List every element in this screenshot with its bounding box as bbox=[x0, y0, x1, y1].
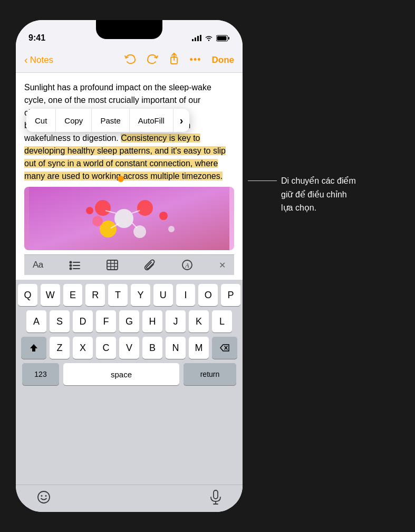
svg-point-15 bbox=[133, 225, 146, 238]
keyboard-row-1: Q W E R T Y U I O P bbox=[18, 284, 240, 306]
keyboard: Q W E R T Y U I O P A S D F G H J K bbox=[16, 280, 243, 484]
markup-button[interactable]: A bbox=[181, 259, 193, 271]
key-a[interactable]: A bbox=[26, 310, 46, 332]
status-time: 9:41 bbox=[28, 33, 45, 43]
key-v[interactable]: V bbox=[119, 337, 139, 359]
svg-point-4 bbox=[208, 40, 209, 41]
close-toolbar-button[interactable]: ✕ bbox=[219, 260, 226, 270]
redo-button[interactable] bbox=[147, 53, 158, 66]
wifi-icon bbox=[205, 35, 213, 41]
key-t[interactable]: T bbox=[108, 284, 128, 306]
annotation-text: Di chuyển các điểmgiữ để điều chỉnhlựa c… bbox=[281, 174, 356, 215]
status-bar: 9:41 bbox=[16, 20, 243, 49]
selection-handle[interactable] bbox=[118, 176, 124, 182]
annotation-area: Di chuyển các điểmgiữ để điều chỉnhlựa c… bbox=[248, 174, 356, 215]
autofill-button[interactable]: AutoFill bbox=[130, 109, 173, 132]
key-x[interactable]: X bbox=[73, 337, 93, 359]
key-s[interactable]: S bbox=[50, 310, 70, 332]
key-l[interactable]: L bbox=[212, 310, 232, 332]
dictation-button[interactable] bbox=[210, 490, 221, 508]
list-format-button[interactable] bbox=[69, 260, 81, 270]
svg-point-41 bbox=[41, 495, 43, 497]
svg-rect-7 bbox=[217, 36, 227, 40]
key-k[interactable]: K bbox=[189, 310, 209, 332]
share-button[interactable] bbox=[169, 53, 179, 67]
svg-point-24 bbox=[69, 261, 72, 264]
key-p[interactable]: P bbox=[221, 284, 240, 306]
svg-rect-3 bbox=[200, 35, 201, 41]
svg-point-12 bbox=[95, 200, 111, 216]
key-r[interactable]: R bbox=[85, 284, 105, 306]
battery-icon bbox=[216, 35, 230, 42]
key-w[interactable]: W bbox=[41, 284, 60, 306]
back-chevron-icon: ‹ bbox=[24, 54, 28, 66]
key-b[interactable]: B bbox=[142, 337, 162, 359]
keyboard-row-bottom: 123 space return bbox=[18, 363, 240, 385]
key-f[interactable]: F bbox=[96, 310, 116, 332]
key-n[interactable]: N bbox=[166, 337, 186, 359]
svg-rect-0 bbox=[192, 39, 194, 41]
svg-point-40 bbox=[38, 491, 50, 503]
svg-point-21 bbox=[159, 212, 168, 220]
note-text[interactable]: Sunlight has a profound impact on the sl… bbox=[24, 81, 234, 183]
key-y[interactable]: Y bbox=[131, 284, 150, 306]
svg-point-22 bbox=[86, 207, 93, 214]
key-i[interactable]: I bbox=[176, 284, 196, 306]
keyboard-row-3: Z X C V B N M bbox=[18, 337, 240, 359]
keyboard-row-2: A S D F G H J K L bbox=[18, 310, 240, 332]
annotation-connector bbox=[248, 180, 277, 181]
key-h[interactable]: H bbox=[142, 310, 162, 332]
back-button[interactable]: ‹ Notes bbox=[24, 54, 53, 66]
back-label: Notes bbox=[30, 55, 53, 65]
key-c[interactable]: C bbox=[96, 337, 116, 359]
context-menu: Cut Copy Paste AutoFill › bbox=[26, 109, 189, 132]
more-button[interactable]: ••• bbox=[190, 54, 201, 65]
nav-bar: ‹ Notes bbox=[16, 49, 243, 73]
shift-key[interactable] bbox=[21, 337, 46, 359]
font-format-button[interactable]: Aa bbox=[33, 260, 43, 270]
svg-point-13 bbox=[137, 200, 153, 216]
svg-rect-6 bbox=[228, 37, 229, 40]
key-u[interactable]: U bbox=[153, 284, 173, 306]
note-image bbox=[24, 187, 234, 250]
signal-icon bbox=[192, 35, 201, 41]
annotation-line: Di chuyển các điểmgiữ để điều chỉnhlựa c… bbox=[248, 174, 356, 215]
svg-rect-2 bbox=[197, 36, 199, 41]
key-d[interactable]: D bbox=[73, 310, 93, 332]
numbers-key[interactable]: 123 bbox=[22, 363, 59, 385]
undo-button[interactable] bbox=[124, 53, 136, 66]
copy-button[interactable]: Copy bbox=[56, 109, 92, 132]
note-content: Sunlight has a profound impact on the sl… bbox=[16, 73, 243, 280]
key-m[interactable]: M bbox=[189, 337, 209, 359]
return-key[interactable]: return bbox=[184, 363, 236, 385]
space-key[interactable]: space bbox=[63, 363, 179, 385]
svg-point-23 bbox=[168, 226, 175, 232]
notch bbox=[96, 20, 162, 39]
key-o[interactable]: O bbox=[198, 284, 218, 306]
svg-point-28 bbox=[69, 268, 72, 270]
key-q[interactable]: Q bbox=[18, 284, 37, 306]
formatting-toolbar: Aa bbox=[24, 254, 234, 275]
done-button[interactable]: Done bbox=[212, 55, 235, 65]
delete-key[interactable] bbox=[212, 337, 237, 359]
key-z[interactable]: Z bbox=[50, 337, 70, 359]
attachment-button[interactable] bbox=[144, 259, 156, 271]
svg-rect-43 bbox=[214, 490, 218, 499]
status-icons bbox=[192, 35, 230, 42]
phone-frame: 9:41 bbox=[16, 20, 243, 512]
key-g[interactable]: G bbox=[119, 310, 139, 332]
svg-marker-37 bbox=[30, 344, 37, 352]
emoji-button[interactable] bbox=[37, 490, 51, 507]
paste-button[interactable]: Paste bbox=[92, 109, 129, 132]
table-button[interactable] bbox=[107, 260, 118, 270]
svg-point-26 bbox=[69, 264, 72, 267]
cut-button[interactable]: Cut bbox=[26, 109, 56, 132]
svg-rect-30 bbox=[107, 260, 118, 270]
key-j[interactable]: J bbox=[166, 310, 186, 332]
svg-rect-1 bbox=[195, 37, 196, 41]
context-menu-more-button[interactable]: › bbox=[173, 109, 190, 132]
key-e[interactable]: E bbox=[63, 284, 83, 306]
bottom-bar bbox=[16, 484, 243, 512]
nav-actions: ••• Done bbox=[124, 53, 234, 67]
svg-point-11 bbox=[114, 209, 133, 228]
